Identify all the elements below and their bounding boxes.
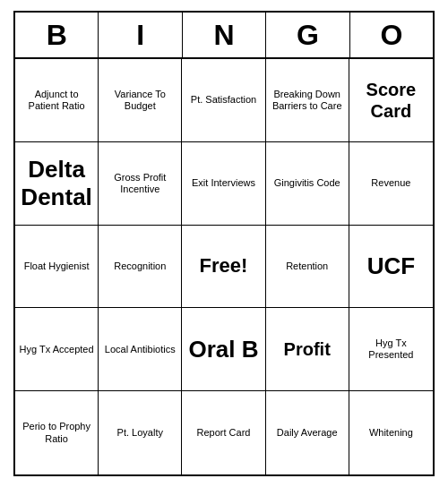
cell-text: Oral B xyxy=(188,336,258,363)
bingo-grid: Adjunct to Patient RatioVariance To Budg… xyxy=(15,59,433,474)
bingo-cell: Adjunct to Patient Ratio xyxy=(15,59,99,142)
cell-text: UCF xyxy=(367,252,415,280)
cell-text: Gingivitis Code xyxy=(274,177,340,189)
bingo-cell: Recognition xyxy=(99,226,182,309)
bingo-cell: Delta Dental xyxy=(15,142,99,226)
bingo-card: BINGO Adjunct to Patient RatioVariance T… xyxy=(13,11,435,476)
bingo-cell: Profit xyxy=(266,308,349,391)
bingo-cell: Variance To Budget xyxy=(99,59,182,142)
cell-text: Variance To Budget xyxy=(101,89,178,112)
bingo-cell: Score Card xyxy=(349,59,433,142)
bingo-cell: Whitening xyxy=(349,391,433,474)
cell-text: Pt. Loyalty xyxy=(117,427,163,439)
bingo-cell: Breaking Down Barriers to Care xyxy=(266,59,349,142)
header-letter: N xyxy=(183,13,266,57)
cell-text: Hyg Tx Accepted xyxy=(20,344,94,355)
bingo-cell: Float Hygienist xyxy=(15,226,99,309)
cell-text: Profit xyxy=(284,338,331,360)
bingo-cell: Local Antibiotics xyxy=(99,308,182,391)
cell-text: Report Card xyxy=(197,427,251,439)
cell-text: Delta Dental xyxy=(18,156,95,211)
bingo-cell: Report Card xyxy=(182,391,265,474)
bingo-cell: Exit Interviews xyxy=(182,142,265,226)
bingo-cell: Hyg Tx Accepted xyxy=(15,308,99,391)
bingo-cell: UCF xyxy=(349,226,433,309)
bingo-header: BINGO xyxy=(15,13,433,59)
header-letter: B xyxy=(15,13,99,57)
cell-text: Revenue xyxy=(371,177,410,189)
bingo-cell: Pt. Loyalty xyxy=(99,391,182,474)
bingo-cell: Gingivitis Code xyxy=(266,142,349,226)
cell-text: Float Hygienist xyxy=(24,261,90,272)
cell-text: Retention xyxy=(286,261,328,272)
bingo-cell: Oral B xyxy=(182,308,265,391)
bingo-cell: Free! xyxy=(182,226,265,309)
cell-text: Hyg Tx Presented xyxy=(352,337,430,361)
cell-text: Recognition xyxy=(114,261,166,272)
cell-text: Daily Average xyxy=(277,427,338,439)
cell-text: Exit Interviews xyxy=(192,177,255,189)
cell-text: Gross Profit Incentive xyxy=(101,172,178,195)
cell-text: Breaking Down Barriers to Care xyxy=(269,89,346,112)
cell-text: Adjunct to Patient Ratio xyxy=(18,89,95,112)
cell-text: Pt. Satisfaction xyxy=(191,94,256,106)
cell-text: Perio to Prophy Ratio xyxy=(18,421,95,444)
bingo-cell: Perio to Prophy Ratio xyxy=(15,391,99,474)
bingo-cell: Daily Average xyxy=(266,391,349,474)
bingo-cell: Hyg Tx Presented xyxy=(349,308,433,391)
bingo-cell: Revenue xyxy=(349,142,433,226)
header-letter: G xyxy=(266,13,349,57)
cell-text: Free! xyxy=(200,254,248,278)
header-letter: I xyxy=(99,13,182,57)
cell-text: Whitening xyxy=(369,427,413,439)
header-letter: O xyxy=(350,13,433,57)
cell-text: Score Card xyxy=(352,79,430,122)
bingo-cell: Pt. Satisfaction xyxy=(182,59,265,142)
bingo-cell: Gross Profit Incentive xyxy=(99,142,182,226)
cell-text: Local Antibiotics xyxy=(105,344,176,355)
bingo-cell: Retention xyxy=(266,226,349,309)
